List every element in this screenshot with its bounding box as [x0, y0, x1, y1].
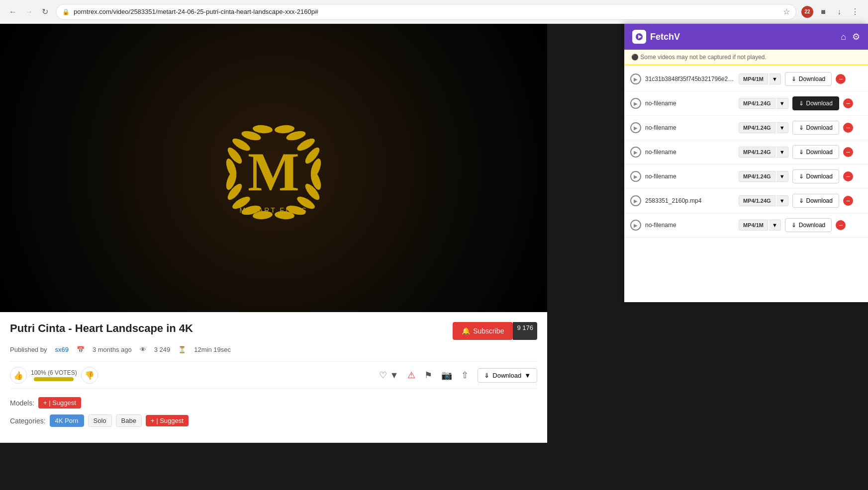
download-icon: ⇓: [799, 173, 804, 180]
models-label: Models:: [10, 399, 34, 407]
download-label: Download: [799, 222, 825, 229]
fetchv-format-dropdown[interactable]: ▼: [776, 195, 788, 206]
fetchv-play-button[interactable]: ▶: [630, 98, 641, 109]
fetchv-play-button[interactable]: ▶: [630, 74, 641, 84]
fetchv-download-button[interactable]: ⇓ Download: [785, 218, 832, 232]
forward-button[interactable]: →: [22, 5, 36, 19]
video-player[interactable]: M METART FILMS: [0, 24, 547, 312]
fetchv-filename: no-filename: [645, 149, 735, 156]
fetchv-item: ▶ no-filename MP4/1.24G ▼ ⇓ Download −: [624, 164, 868, 189]
models-suggest-button[interactable]: + | Suggest: [38, 397, 81, 408]
metart-logo: M METART FILMS: [204, 98, 343, 238]
download-label: Download: [806, 124, 833, 131]
flag-button[interactable]: ⚑: [424, 370, 432, 381]
fetchv-format-dropdown[interactable]: ▼: [769, 74, 781, 84]
download-label: Download: [799, 76, 825, 82]
fetchv-play-button[interactable]: ▶: [630, 195, 641, 206]
fetchv-icon-svg: [635, 32, 644, 41]
thumbs-down-button[interactable]: 👎: [81, 367, 98, 384]
fetchv-format-select: MP4/1M ▼: [739, 74, 781, 84]
fetchv-download-button[interactable]: ⇓ Download: [792, 145, 839, 159]
fetchv-format-dropdown[interactable]: ▼: [769, 220, 781, 231]
fetchv-header-icons: ⌂ ⚙: [841, 31, 860, 42]
fetchv-format-select: MP4/1M ▼: [739, 220, 781, 231]
fetchv-items-list: ▶ 31c31b3848f35f745b321796e2088.mp4 MP4/…: [624, 65, 868, 240]
published-by-label: Published by: [10, 346, 47, 353]
fetchv-remove-button[interactable]: −: [836, 74, 846, 84]
fetchv-home-button[interactable]: ⌂: [841, 31, 846, 42]
back-button[interactable]: ←: [6, 5, 20, 19]
download-main-button[interactable]: ⇓ Download ▼: [478, 368, 537, 383]
fetchv-download-button[interactable]: ⇓ Download: [792, 194, 839, 208]
fetchv-format-dropdown[interactable]: ▼: [776, 122, 788, 133]
category-4k-porn[interactable]: 4K Porn: [50, 414, 84, 427]
bell-icon: 🔔: [462, 327, 470, 335]
gallery-button[interactable]: 📷: [441, 370, 452, 381]
share-button[interactable]: ⇧: [461, 370, 469, 381]
categories-row: Categories: 4K Porn Solo Babe + | Sugges…: [10, 414, 537, 427]
report-button[interactable]: ⚠: [407, 370, 415, 381]
fetchv-logo-text: FetchV: [650, 32, 680, 42]
url-input[interactable]: [74, 8, 779, 15]
favorite-button[interactable]: ♡ ▼: [379, 370, 398, 381]
fetchv-download-button[interactable]: ⇓ Download: [792, 96, 839, 110]
user-profile-button[interactable]: 22: [800, 5, 814, 19]
download-label: Download: [806, 100, 833, 107]
fetchv-format-dropdown[interactable]: ▼: [776, 147, 788, 158]
fetchv-remove-button[interactable]: −: [843, 171, 853, 181]
fetchv-remove-button[interactable]: −: [843, 98, 853, 108]
download-main-icon: ⇓: [484, 372, 489, 379]
fetchv-item: ▶ 31c31b3848f35f745b321796e2088.mp4 MP4/…: [624, 67, 868, 91]
view-count: 3 249: [154, 346, 171, 353]
fetchv-item: ▶ no-filename MP4/1.24G ▼ ⇓ Download −: [624, 116, 868, 140]
fetchv-play-button[interactable]: ▶: [630, 147, 641, 158]
views-icon: 👁: [140, 346, 146, 353]
duration: 12min 19sec: [194, 346, 231, 353]
fetchv-play-button[interactable]: ▶: [630, 171, 641, 182]
address-bar[interactable]: 🔒 ☆: [56, 4, 796, 20]
fetchv-download-button[interactable]: ⇓ Download: [792, 169, 839, 183]
fetchv-settings-button[interactable]: ⚙: [852, 31, 860, 42]
fetchv-item: ▶ no-filename MP4/1M ▼ ⇓ Download −: [624, 213, 868, 238]
fetchv-item: ▶ no-filename MP4/1.24G ▼ ⇓ Download −: [624, 91, 868, 116]
avatar: 22: [801, 6, 813, 18]
fetchv-format-dropdown[interactable]: ▼: [776, 171, 788, 182]
svg-text:M: M: [248, 142, 299, 202]
fetchv-download-button[interactable]: ⇓ Download: [785, 72, 832, 86]
lock-icon: 🔒: [62, 8, 70, 15]
categories-suggest-button[interactable]: + | Suggest: [146, 415, 189, 426]
svg-text:METART FILMS: METART FILMS: [239, 206, 307, 214]
fetchv-format-dropdown[interactable]: ▼: [776, 98, 788, 109]
fetchv-download-button[interactable]: ⇓ Download: [792, 121, 839, 135]
fetchv-play-button[interactable]: ▶: [630, 122, 641, 133]
download-manager-icon[interactable]: ↓: [832, 5, 846, 19]
fetchv-remove-button[interactable]: −: [836, 220, 846, 230]
fetchv-format-badge: MP4/1.24G: [739, 147, 775, 158]
vote-section: 👍 100% (6 VOTES) 👎: [10, 367, 98, 384]
fetchv-remove-button[interactable]: −: [843, 147, 853, 157]
metart-emblem-svg: M METART FILMS: [204, 98, 343, 238]
fetchv-remove-button[interactable]: −: [843, 196, 853, 206]
page-content: Putri Cinta - Heart Landscape in 4K 🔔 Su…: [0, 312, 547, 443]
fetchv-format-select: MP4/1.24G ▼: [739, 195, 788, 206]
reload-button[interactable]: ↻: [38, 5, 52, 19]
bookmark-icon[interactable]: ☆: [783, 7, 790, 16]
fetchv-header: FetchV ⌂ ⚙: [624, 24, 868, 50]
extension-button[interactable]: ■: [816, 5, 830, 19]
models-row: Models: + | Suggest: [10, 397, 537, 408]
category-babe[interactable]: Babe: [116, 414, 142, 427]
thumbs-up-button[interactable]: 👍: [10, 367, 27, 384]
download-icon: ⇓: [799, 124, 804, 131]
clock-icon: ⏳: [178, 346, 186, 353]
author-link[interactable]: sx69: [55, 346, 68, 353]
fetchv-item: ▶ no-filename MP4/1.24G ▼ ⇓ Download −: [624, 140, 868, 164]
fetchv-play-button[interactable]: ▶: [630, 220, 641, 231]
subscribe-button[interactable]: 🔔 Subscribe: [453, 322, 513, 340]
publish-date: 3 months ago: [93, 346, 132, 353]
category-solo[interactable]: Solo: [88, 414, 112, 427]
fetchv-format-badge: MP4/1M: [739, 74, 768, 84]
fetchv-format-badge: MP4/1.24G: [739, 98, 775, 109]
fetchv-remove-button[interactable]: −: [843, 123, 853, 133]
menu-button[interactable]: ⋮: [848, 5, 862, 19]
fetchv-format-select: MP4/1.24G ▼: [739, 98, 788, 109]
